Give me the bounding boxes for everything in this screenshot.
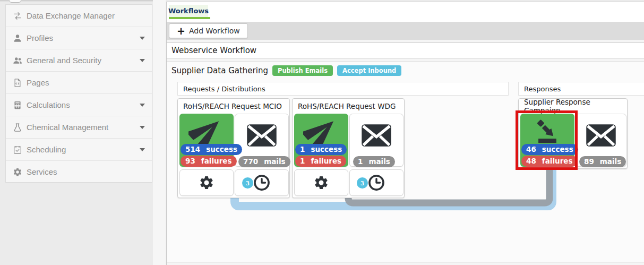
success-badge: 514success: [181, 144, 242, 155]
sidebar-item-scheduling[interactable]: Scheduling: [6, 139, 152, 161]
schedule-count-badge: 3: [242, 177, 253, 189]
chevron-down-icon: [140, 126, 145, 129]
sidebar-item-label: General and Security: [27, 56, 101, 65]
sidebar-item-data-exchange-manager[interactable]: Data Exchange Manager: [6, 5, 152, 27]
chevron-down-icon: [140, 148, 145, 151]
tab-label: Workflows: [168, 7, 209, 15]
gear-icon: [199, 175, 214, 191]
chevron-down-icon: [140, 104, 145, 107]
settings-tile[interactable]: [294, 169, 348, 196]
sidebar-item-pages[interactable]: Pages: [6, 72, 152, 94]
sidebar-item-label: Data Exchange Manager: [27, 11, 115, 20]
schedule-tile[interactable]: 3: [235, 169, 289, 196]
gear-icon: [13, 167, 22, 177]
mails-badge: 1mails: [353, 156, 395, 167]
failures-badge: 93failures: [181, 156, 237, 167]
user-icon: [13, 33, 22, 43]
failures-badge: 1failures: [295, 156, 346, 167]
calendar-icon: [13, 145, 22, 155]
success-badge: 1success: [295, 144, 347, 155]
request-card-mcio: RoHS/REACH Request MCIO 514success 93fai…: [177, 98, 290, 198]
sidebar-item-label: Pages: [27, 78, 49, 87]
send-status-tile[interactable]: 1success 1failures: [294, 114, 348, 167]
envelope-icon: [245, 118, 279, 152]
envelope-icon: [359, 118, 393, 152]
chevron-down-icon: [140, 59, 145, 62]
highlight-annotation: [516, 110, 578, 170]
sidebar-item-general-and-security[interactable]: General and Security: [6, 49, 152, 72]
card-title: RoHS/REACH Request MCIO: [178, 99, 289, 113]
sidebar-item-label: Calculations: [27, 100, 70, 109]
clock-icon: [367, 174, 385, 192]
schedule-tile[interactable]: 3: [349, 169, 403, 196]
sidebar-item-services[interactable]: Services: [6, 161, 152, 183]
gear-icon: [313, 175, 329, 191]
add-workflow-label: Add Workflow: [189, 27, 240, 35]
mails-tile[interactable]: 1mails: [349, 114, 403, 167]
webservice-workflow-row[interactable]: Webservice Workflow: [167, 42, 644, 58]
tab-workflows[interactable]: Workflows: [169, 5, 208, 17]
sidebar-item-label: Services: [27, 167, 57, 176]
mails-badge: 770mails: [238, 156, 290, 167]
supplier-data-gathering-panel: Supplier Data Gathering Publish Emails A…: [167, 62, 644, 262]
main-panel: Workflows + Add Workflow Webservice Work…: [166, 2, 644, 265]
envelope-icon: [584, 118, 618, 152]
settings-tile[interactable]: [179, 169, 234, 196]
add-workflow-button[interactable]: + Add Workflow: [169, 23, 248, 38]
request-card-wdg: RoHS/REACH Request WDG 1success 1failure…: [292, 98, 405, 198]
sidebar-item-label: Scheduling: [27, 145, 66, 154]
mails-tile[interactable]: 89mails: [576, 114, 626, 167]
top-edge-tab: [10, 0, 21, 2]
plus-icon: +: [177, 26, 185, 36]
sidebar-item-label: Profiles: [27, 33, 53, 42]
schedule-count-badge: 3: [357, 177, 368, 189]
top-edge-shadow: [0, 0, 155, 2]
sidebar: Data Exchange Manager Profiles General a…: [5, 4, 152, 183]
calculator-icon: [13, 100, 22, 110]
sidebar-item-chemical-management[interactable]: Chemical Management: [6, 116, 152, 139]
tab-strip: Workflows: [167, 2, 644, 22]
exchange-icon: [13, 11, 22, 21]
card-title: RoHS/REACH Request WDG: [293, 99, 404, 113]
sidebar-item-profiles[interactable]: Profiles: [6, 27, 152, 49]
tab-active-underline: [169, 17, 210, 19]
users-icon: [13, 56, 22, 65]
chevron-down-icon: [140, 37, 145, 40]
webservice-workflow-label: Webservice Workflow: [171, 46, 256, 55]
flask-icon: [13, 123, 22, 132]
sidebar-item-label: Chemical Management: [27, 123, 108, 132]
page-icon: [13, 78, 22, 88]
workflow-toolbar: + Add Workflow: [167, 22, 644, 40]
sidebar-item-calculations[interactable]: Calculations: [6, 94, 152, 116]
mails-tile[interactable]: 770mails: [235, 114, 289, 167]
send-status-tile[interactable]: 514success 93failures: [179, 114, 234, 167]
sidebar-scrollbar-track[interactable]: [153, 0, 166, 265]
mails-badge: 89mails: [579, 156, 626, 167]
clock-icon: [253, 174, 271, 192]
